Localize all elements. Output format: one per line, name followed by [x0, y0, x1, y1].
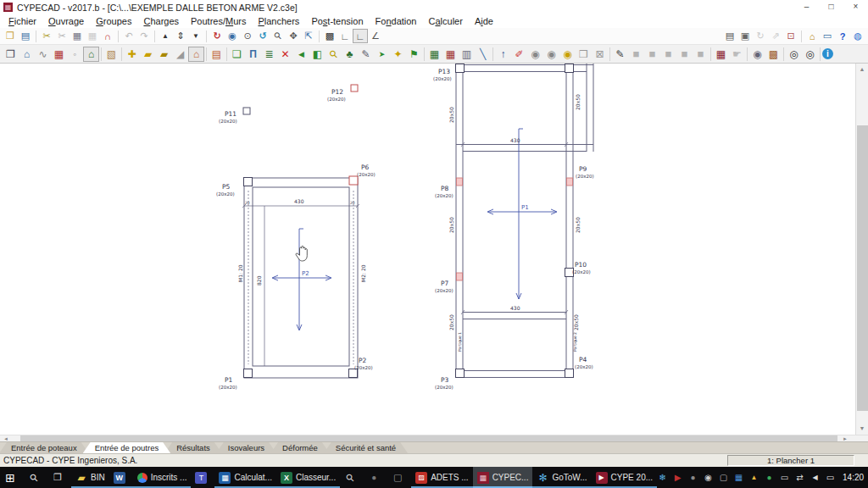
separator[interactable] — [710, 47, 711, 61]
open-button[interactable]: ❒ — [3, 29, 18, 43]
tray-green-icon[interactable]: ● — [764, 472, 775, 484]
tab-deformee[interactable]: Déformée — [270, 442, 330, 453]
crane-button[interactable]: ✚ — [124, 47, 140, 62]
vertical-scrollbar[interactable]: ▲ ▼ — [855, 64, 868, 435]
taskbar-cypecad[interactable]: ▦ CYPEC... — [473, 467, 533, 488]
undo-button[interactable]: ↶ — [121, 29, 136, 43]
menu-fichier[interactable]: Fichier — [3, 16, 42, 26]
lock-button[interactable]: ◉ — [559, 47, 576, 62]
new-element-button[interactable]: ❏ — [229, 47, 245, 62]
resources-button[interactable]: ⌂ — [804, 29, 820, 43]
capture-button[interactable]: ▣ — [737, 29, 753, 43]
edit-red-button[interactable]: ✐ — [511, 47, 527, 62]
tray-network-icon[interactable]: ⇄ — [794, 472, 805, 484]
menu-poutres-murs[interactable]: Poutres/Murs — [185, 16, 252, 26]
scroll-left-button[interactable]: ◄ — [0, 435, 12, 442]
tray-monitor-icon[interactable]: ▭ — [779, 472, 790, 484]
separator[interactable] — [424, 47, 425, 61]
group-down-button[interactable]: ▼ — [188, 29, 203, 43]
grid-red-button[interactable]: ▦ — [442, 47, 459, 62]
reinforcement-button[interactable]: ▦ — [713, 47, 729, 62]
taskbar-gotowebinar[interactable]: ✻ GoToW... — [532, 467, 591, 488]
separator[interactable] — [118, 30, 119, 42]
tray-chat-icon[interactable]: ▢ — [718, 472, 729, 484]
separator[interactable] — [820, 47, 821, 61]
separator[interactable] — [783, 47, 784, 61]
rotate-view-button[interactable]: ↻ — [209, 29, 225, 43]
separator[interactable] — [36, 30, 36, 42]
print-button[interactable]: ▤ — [722, 29, 737, 43]
tab-entree-de-poteaux[interactable]: Entrée de poteaux — [0, 442, 89, 453]
node2-button[interactable]: ◉ — [543, 47, 559, 62]
zoom-window-button[interactable]: ⊙ — [240, 29, 255, 43]
disabled-slot-button[interactable]: ■ — [644, 47, 660, 62]
binoculars-button[interactable]: ◎ — [786, 47, 802, 62]
sync-disabled-button[interactable]: ↻ — [753, 29, 768, 43]
taskbar-calculator[interactable]: ▦ Calculat... — [214, 467, 275, 488]
taskbar-magnifier[interactable]: ⚲ — [340, 467, 364, 488]
disabled-slot-button[interactable]: ■ — [660, 47, 676, 62]
drawing-canvas[interactable]: P11 (20x20) P12 (20x20) P5 (20x20) P6 (2… — [0, 64, 853, 435]
separator[interactable] — [206, 47, 207, 61]
building-button[interactable]: ⌂ — [19, 47, 35, 62]
plan-view-button[interactable]: ❐ — [3, 47, 19, 62]
separator[interactable] — [226, 47, 227, 61]
excavator-button[interactable]: ▰ — [140, 47, 156, 62]
minimize-button[interactable]: – — [794, 0, 819, 14]
wall-button[interactable]: ▤ — [209, 47, 225, 62]
redo-button[interactable]: ↷ — [136, 29, 152, 43]
separator[interactable] — [206, 30, 207, 42]
taskbar-word[interactable]: W — [109, 467, 133, 488]
box-3d-button[interactable]: ▧ — [103, 47, 120, 62]
edit-plan-disabled-button[interactable]: ▦ — [85, 29, 100, 43]
task-view-button[interactable]: ❐ — [47, 467, 71, 488]
start-button[interactable]: ⊞ — [0, 467, 24, 488]
tab-isovaleurs[interactable]: Isovaleurs — [216, 442, 276, 453]
brush-tool-button[interactable]: ✂ — [54, 29, 70, 43]
sketch-button[interactable]: ✎ — [612, 47, 628, 62]
disabled-slot-button[interactable]: ■ — [628, 47, 644, 62]
assign-left-button[interactable]: ◀ — [293, 47, 309, 62]
menu-charges[interactable]: Charges — [137, 16, 185, 26]
tab-resultats[interactable]: Résultats — [164, 442, 222, 453]
pedestrian-button[interactable]: ✦ — [390, 47, 406, 62]
menu-post-tension[interactable]: Post-tension — [305, 16, 369, 26]
current-floor-indicator[interactable]: 1: Plancher 1 — [727, 455, 854, 466]
axes-button[interactable]: ∟ — [337, 29, 353, 43]
scroll-up-button[interactable]: ▲ — [856, 64, 868, 75]
taskbar-excel[interactable]: X Classeur... — [276, 467, 340, 488]
cut-tool-button[interactable]: ✂ — [39, 29, 54, 43]
separator[interactable] — [319, 30, 320, 42]
disabled-slot-button[interactable]: ■ — [693, 47, 709, 62]
disabled-slot-button[interactable]: ■ — [676, 47, 693, 62]
export-button[interactable]: ⊡ — [783, 29, 798, 43]
menu-aide[interactable]: Aide — [469, 16, 499, 26]
tray-play-icon[interactable]: ▶ — [672, 472, 683, 484]
horizontal-scroll-thumb[interactable] — [20, 435, 837, 441]
ortho-button[interactable]: ∟ — [353, 29, 368, 43]
loads-button[interactable]: ◦ — [67, 47, 83, 62]
separator[interactable] — [747, 47, 748, 61]
excel-export-button[interactable]: ⊠ — [592, 47, 608, 62]
taskbar-bin-folder[interactable]: ▰ BIN — [71, 467, 109, 488]
copy-button[interactable]: ❒ — [576, 47, 592, 62]
scroll-right-button[interactable]: ► — [839, 435, 851, 442]
dumper-button[interactable]: ▰ — [156, 47, 172, 62]
menu-groupes[interactable]: Groupes — [90, 16, 137, 26]
tab-entree-de-poutres[interactable]: Entrée de poutres — [83, 442, 171, 453]
info-button[interactable]: i — [822, 48, 833, 59]
tray-grid-icon[interactable]: ▦ — [733, 472, 744, 484]
link-disabled-button[interactable]: ⇗ — [768, 29, 783, 43]
help-button[interactable]: ? — [835, 29, 850, 43]
view-eye-button[interactable]: ◉ — [749, 47, 765, 62]
menu-ouvrage[interactable]: Ouvrage — [42, 16, 90, 26]
site-button[interactable]: ⌂ — [83, 47, 99, 62]
beam-definition-button[interactable]: Π — [245, 47, 261, 62]
menu-calculer[interactable]: Calculer — [423, 16, 469, 26]
tray-notification-icon[interactable]: ▭ — [825, 472, 836, 484]
remote-desktop-button[interactable]: ▭ — [820, 29, 835, 43]
separator[interactable] — [154, 30, 155, 42]
orbit-view-button[interactable]: ◉ — [225, 29, 240, 43]
edit-plan-button[interactable]: ▦ — [70, 29, 85, 43]
move-element-button[interactable]: ➤ — [374, 47, 390, 62]
